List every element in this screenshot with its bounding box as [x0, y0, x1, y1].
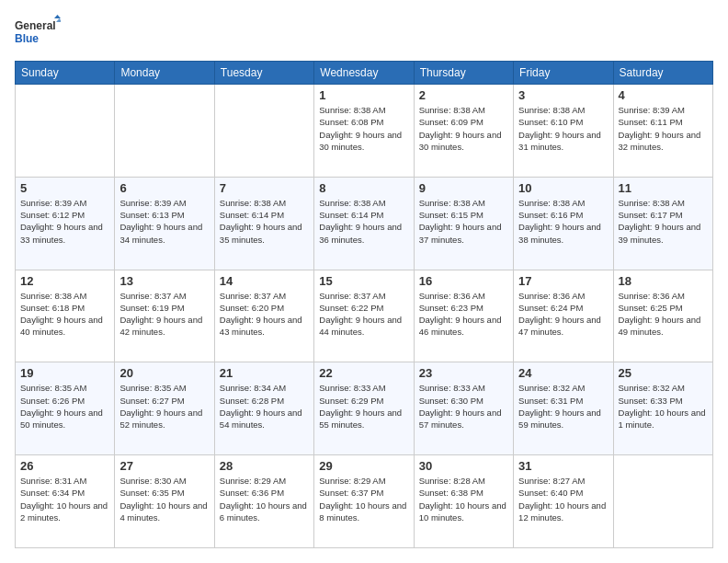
cell-content: Sunrise: 8:35 AM Sunset: 6:26 PM Dayligh…	[20, 382, 109, 431]
calendar-cell: 28Sunrise: 8:29 AM Sunset: 6:36 PM Dayli…	[214, 455, 313, 548]
cell-content: Sunrise: 8:36 AM Sunset: 6:24 PM Dayligh…	[518, 290, 608, 339]
cell-content: Sunrise: 8:31 AM Sunset: 6:34 PM Dayligh…	[20, 475, 109, 523]
cell-content: Sunrise: 8:38 AM Sunset: 6:10 PM Dayligh…	[518, 104, 608, 153]
calendar-cell: 20Sunrise: 8:35 AM Sunset: 6:27 PM Dayli…	[115, 362, 214, 455]
cell-content: Sunrise: 8:38 AM Sunset: 6:08 PM Dayligh…	[319, 104, 408, 153]
day-number: 22	[319, 366, 408, 380]
cell-content: Sunrise: 8:36 AM Sunset: 6:23 PM Dayligh…	[419, 290, 508, 339]
calendar-cell: 2Sunrise: 8:38 AM Sunset: 6:09 PM Daylig…	[414, 85, 513, 178]
cell-content: Sunrise: 8:29 AM Sunset: 6:37 PM Dayligh…	[319, 475, 408, 523]
cell-content: Sunrise: 8:36 AM Sunset: 6:25 PM Dayligh…	[619, 290, 708, 339]
day-number: 12	[20, 274, 109, 288]
cell-content: Sunrise: 8:35 AM Sunset: 6:27 PM Dayligh…	[119, 382, 209, 431]
day-number: 7	[220, 181, 309, 195]
svg-marker-3	[56, 18, 61, 22]
day-number: 11	[619, 181, 708, 195]
svg-text:Blue: Blue	[15, 32, 39, 45]
calendar-cell: 17Sunrise: 8:36 AM Sunset: 6:24 PM Dayli…	[514, 270, 613, 362]
calendar-cell: 26Sunrise: 8:31 AM Sunset: 6:34 PM Dayli…	[16, 455, 115, 548]
cell-content: Sunrise: 8:39 AM Sunset: 6:11 PM Dayligh…	[619, 104, 708, 153]
svg-marker-2	[54, 15, 61, 18]
day-number: 14	[220, 274, 309, 288]
calendar-cell: 21Sunrise: 8:34 AM Sunset: 6:28 PM Dayli…	[214, 362, 313, 455]
calendar-cell: 14Sunrise: 8:37 AM Sunset: 6:20 PM Dayli…	[214, 270, 313, 362]
calendar-week-row: 19Sunrise: 8:35 AM Sunset: 6:26 PM Dayli…	[16, 362, 713, 455]
calendar-day-header: Sunday	[16, 62, 115, 85]
cell-content: Sunrise: 8:37 AM Sunset: 6:19 PM Dayligh…	[119, 290, 209, 339]
calendar-cell	[214, 85, 313, 178]
day-number: 26	[20, 459, 109, 473]
calendar-day-header: Thursday	[414, 62, 513, 85]
page: General Blue SundayMondayTuesdayWednesda…	[0, 0, 728, 563]
day-number: 27	[119, 459, 209, 473]
calendar-cell: 31Sunrise: 8:27 AM Sunset: 6:40 PM Dayli…	[514, 455, 613, 548]
calendar-cell: 13Sunrise: 8:37 AM Sunset: 6:19 PM Dayli…	[115, 270, 214, 362]
day-number: 9	[419, 181, 508, 195]
cell-content: Sunrise: 8:38 AM Sunset: 6:14 PM Dayligh…	[220, 197, 309, 246]
day-number: 30	[419, 459, 508, 473]
calendar-cell: 27Sunrise: 8:30 AM Sunset: 6:35 PM Dayli…	[115, 455, 214, 548]
calendar-cell: 6Sunrise: 8:39 AM Sunset: 6:13 PM Daylig…	[115, 177, 214, 270]
day-number: 28	[220, 459, 309, 473]
calendar-cell: 8Sunrise: 8:38 AM Sunset: 6:14 PM Daylig…	[314, 177, 414, 270]
cell-content: Sunrise: 8:37 AM Sunset: 6:22 PM Dayligh…	[319, 290, 408, 339]
calendar-cell: 16Sunrise: 8:36 AM Sunset: 6:23 PM Dayli…	[414, 270, 513, 362]
calendar-header-row: SundayMondayTuesdayWednesdayThursdayFrid…	[16, 62, 713, 85]
calendar-week-row: 1Sunrise: 8:38 AM Sunset: 6:08 PM Daylig…	[16, 85, 713, 178]
cell-content: Sunrise: 8:32 AM Sunset: 6:33 PM Dayligh…	[619, 382, 708, 431]
calendar-cell: 30Sunrise: 8:28 AM Sunset: 6:38 PM Dayli…	[414, 455, 513, 548]
cell-content: Sunrise: 8:30 AM Sunset: 6:35 PM Dayligh…	[119, 475, 209, 523]
calendar-cell	[115, 85, 214, 178]
day-number: 25	[619, 366, 708, 380]
calendar-cell: 24Sunrise: 8:32 AM Sunset: 6:31 PM Dayli…	[514, 362, 613, 455]
calendar-cell: 19Sunrise: 8:35 AM Sunset: 6:26 PM Dayli…	[16, 362, 115, 455]
calendar-day-header: Wednesday	[314, 62, 414, 85]
cell-content: Sunrise: 8:38 AM Sunset: 6:15 PM Dayligh…	[419, 197, 508, 246]
cell-content: Sunrise: 8:39 AM Sunset: 6:13 PM Dayligh…	[119, 197, 209, 246]
cell-content: Sunrise: 8:34 AM Sunset: 6:28 PM Dayligh…	[220, 382, 309, 431]
calendar-cell: 4Sunrise: 8:39 AM Sunset: 6:11 PM Daylig…	[613, 85, 712, 178]
cell-content: Sunrise: 8:38 AM Sunset: 6:16 PM Dayligh…	[518, 197, 608, 246]
header: General Blue	[15, 15, 713, 52]
cell-content: Sunrise: 8:33 AM Sunset: 6:30 PM Dayligh…	[419, 382, 508, 431]
logo: General Blue	[15, 15, 61, 52]
calendar-cell: 10Sunrise: 8:38 AM Sunset: 6:16 PM Dayli…	[514, 177, 613, 270]
day-number: 19	[20, 366, 109, 380]
day-number: 16	[419, 274, 508, 288]
day-number: 6	[119, 181, 209, 195]
cell-content: Sunrise: 8:38 AM Sunset: 6:14 PM Dayligh…	[319, 197, 408, 246]
cell-content: Sunrise: 8:28 AM Sunset: 6:38 PM Dayligh…	[419, 475, 508, 523]
cell-content: Sunrise: 8:39 AM Sunset: 6:12 PM Dayligh…	[20, 197, 109, 246]
day-number: 13	[119, 274, 209, 288]
calendar-cell: 7Sunrise: 8:38 AM Sunset: 6:14 PM Daylig…	[214, 177, 313, 270]
calendar-cell: 11Sunrise: 8:38 AM Sunset: 6:17 PM Dayli…	[613, 177, 712, 270]
day-number: 17	[518, 274, 608, 288]
calendar-table: SundayMondayTuesdayWednesdayThursdayFrid…	[15, 61, 713, 548]
day-number: 3	[518, 88, 608, 102]
day-number: 24	[518, 366, 608, 380]
calendar-cell: 5Sunrise: 8:39 AM Sunset: 6:12 PM Daylig…	[16, 177, 115, 270]
calendar-cell	[16, 85, 115, 178]
day-number: 23	[419, 366, 508, 380]
calendar-cell: 9Sunrise: 8:38 AM Sunset: 6:15 PM Daylig…	[414, 177, 513, 270]
day-number: 31	[518, 459, 608, 473]
calendar-week-row: 5Sunrise: 8:39 AM Sunset: 6:12 PM Daylig…	[16, 177, 713, 270]
calendar-cell: 12Sunrise: 8:38 AM Sunset: 6:18 PM Dayli…	[16, 270, 115, 362]
calendar-cell: 29Sunrise: 8:29 AM Sunset: 6:37 PM Dayli…	[314, 455, 414, 548]
day-number: 15	[319, 274, 408, 288]
day-number: 29	[319, 459, 408, 473]
day-number: 4	[619, 88, 708, 102]
calendar-cell: 18Sunrise: 8:36 AM Sunset: 6:25 PM Dayli…	[613, 270, 712, 362]
cell-content: Sunrise: 8:38 AM Sunset: 6:09 PM Dayligh…	[419, 104, 508, 153]
calendar-day-header: Tuesday	[214, 62, 313, 85]
calendar-week-row: 12Sunrise: 8:38 AM Sunset: 6:18 PM Dayli…	[16, 270, 713, 362]
cell-content: Sunrise: 8:33 AM Sunset: 6:29 PM Dayligh…	[319, 382, 408, 431]
cell-content: Sunrise: 8:32 AM Sunset: 6:31 PM Dayligh…	[518, 382, 608, 431]
calendar-cell: 1Sunrise: 8:38 AM Sunset: 6:08 PM Daylig…	[314, 85, 414, 178]
day-number: 20	[119, 366, 209, 380]
calendar-day-header: Monday	[115, 62, 214, 85]
calendar-cell: 3Sunrise: 8:38 AM Sunset: 6:10 PM Daylig…	[514, 85, 613, 178]
calendar-cell: 23Sunrise: 8:33 AM Sunset: 6:30 PM Dayli…	[414, 362, 513, 455]
day-number: 21	[220, 366, 309, 380]
calendar-cell: 22Sunrise: 8:33 AM Sunset: 6:29 PM Dayli…	[314, 362, 414, 455]
